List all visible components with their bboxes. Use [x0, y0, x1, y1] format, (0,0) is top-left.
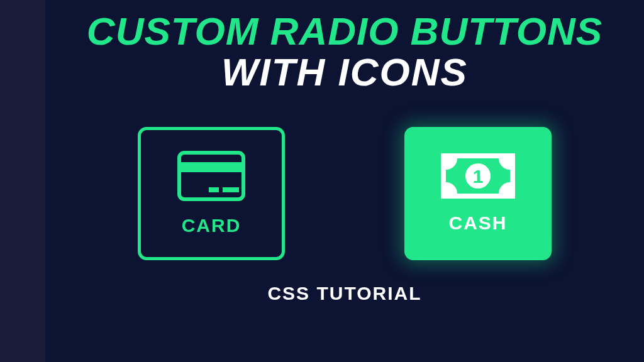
cash-icon: 1 [441, 153, 515, 199]
svg-rect-2 [209, 187, 219, 192]
main-content: CUSTOM RADIO BUTTONS WITH ICONS CARD [45, 0, 644, 362]
heading-line-2: WITH ICONS [221, 50, 468, 94]
footer-text: CSS TUTORIAL [267, 283, 421, 304]
svg-rect-3 [223, 187, 239, 192]
sidebar-stripe [0, 0, 45, 362]
svg-text:1: 1 [473, 166, 484, 187]
radio-option-cash[interactable]: 1 CASH [404, 127, 552, 260]
svg-rect-1 [179, 162, 243, 172]
heading-line-1: CUSTOM RADIO BUTTONS [87, 9, 602, 53]
radio-label-cash: CASH [448, 212, 507, 234]
radio-option-card[interactable]: CARD [138, 127, 285, 260]
credit-card-icon [177, 151, 245, 201]
radio-label-card: CARD [182, 215, 242, 236]
radio-group: CARD 1 CASH [138, 127, 552, 260]
